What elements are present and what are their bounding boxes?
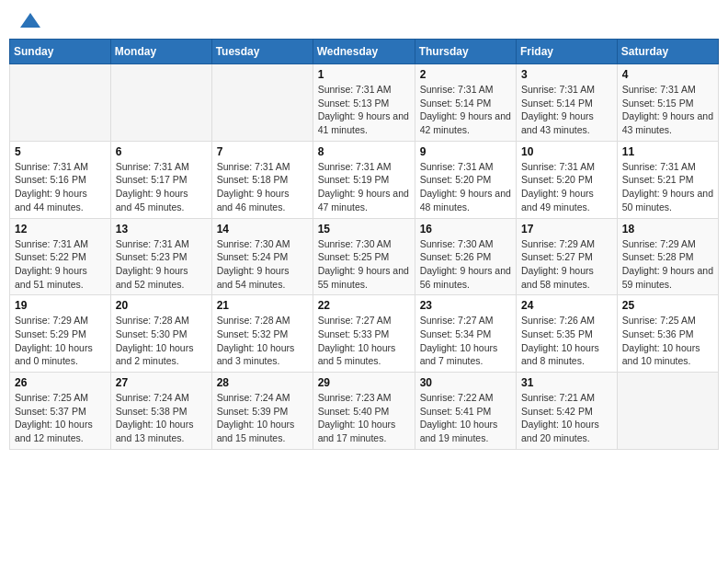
- calendar-cell: 10Sunrise: 7:31 AM Sunset: 5:20 PM Dayli…: [517, 141, 618, 218]
- calendar-cell: 7Sunrise: 7:31 AM Sunset: 5:18 PM Daylig…: [211, 141, 313, 218]
- calendar-cell: 26Sunrise: 7:25 AM Sunset: 5:37 PM Dayli…: [10, 373, 111, 450]
- calendar-cell: 21Sunrise: 7:28 AM Sunset: 5:32 PM Dayli…: [211, 295, 313, 373]
- day-info: Sunrise: 7:29 AM Sunset: 5:29 PM Dayligh…: [15, 314, 106, 368]
- day-info: Sunrise: 7:31 AM Sunset: 5:20 PM Dayligh…: [521, 160, 612, 214]
- calendar-body: 1Sunrise: 7:31 AM Sunset: 5:13 PM Daylig…: [10, 64, 719, 450]
- weekday-header: Saturday: [617, 40, 718, 64]
- calendar-cell: [211, 64, 313, 142]
- day-number: 21: [217, 299, 308, 312]
- calendar-cell: 16Sunrise: 7:30 AM Sunset: 5:26 PM Dayli…: [415, 218, 516, 295]
- day-number: 25: [622, 299, 713, 312]
- day-number: 31: [521, 376, 612, 389]
- day-info: Sunrise: 7:29 AM Sunset: 5:27 PM Dayligh…: [521, 237, 612, 292]
- day-info: Sunrise: 7:30 AM Sunset: 5:26 PM Dayligh…: [420, 237, 511, 292]
- calendar-cell: 31Sunrise: 7:21 AM Sunset: 5:42 PM Dayli…: [517, 373, 618, 450]
- day-number: 26: [15, 376, 106, 389]
- page-container: SundayMondayTuesdayWednesdayThursdayFrid…: [9, 9, 719, 450]
- calendar-cell: 13Sunrise: 7:31 AM Sunset: 5:23 PM Dayli…: [110, 218, 211, 295]
- weekday-header: Thursday: [415, 40, 516, 64]
- day-info: Sunrise: 7:31 AM Sunset: 5:23 PM Dayligh…: [116, 237, 207, 292]
- day-info: Sunrise: 7:25 AM Sunset: 5:37 PM Dayligh…: [15, 391, 106, 445]
- calendar-cell: 5Sunrise: 7:31 AM Sunset: 5:16 PM Daylig…: [10, 141, 111, 218]
- svg-marker-0: [20, 13, 40, 28]
- calendar-week-row: 26Sunrise: 7:25 AM Sunset: 5:37 PM Dayli…: [10, 373, 719, 450]
- calendar: SundayMondayTuesdayWednesdayThursdayFrid…: [9, 39, 719, 450]
- weekday-header: Friday: [517, 40, 618, 64]
- calendar-cell: 3Sunrise: 7:31 AM Sunset: 5:14 PM Daylig…: [517, 64, 618, 142]
- day-info: Sunrise: 7:25 AM Sunset: 5:36 PM Dayligh…: [622, 314, 713, 368]
- day-info: Sunrise: 7:31 AM Sunset: 5:18 PM Dayligh…: [217, 160, 308, 214]
- day-number: 30: [420, 376, 511, 389]
- day-number: 20: [116, 299, 207, 312]
- calendar-cell: [617, 373, 718, 450]
- day-number: 28: [217, 376, 308, 389]
- day-number: 3: [521, 68, 612, 81]
- day-info: Sunrise: 7:28 AM Sunset: 5:32 PM Dayligh…: [217, 314, 308, 368]
- day-number: 2: [420, 68, 511, 81]
- calendar-cell: 8Sunrise: 7:31 AM Sunset: 5:19 PM Daylig…: [313, 141, 415, 218]
- day-number: 15: [318, 223, 410, 236]
- day-number: 7: [217, 145, 308, 158]
- day-info: Sunrise: 7:29 AM Sunset: 5:28 PM Dayligh…: [622, 237, 713, 292]
- day-info: Sunrise: 7:31 AM Sunset: 5:16 PM Dayligh…: [15, 160, 106, 214]
- day-number: 22: [318, 299, 410, 312]
- day-number: 14: [217, 223, 308, 236]
- day-info: Sunrise: 7:24 AM Sunset: 5:39 PM Dayligh…: [217, 391, 308, 445]
- day-number: 8: [318, 145, 410, 158]
- day-number: 16: [420, 223, 511, 236]
- calendar-cell: 1Sunrise: 7:31 AM Sunset: 5:13 PM Daylig…: [313, 64, 415, 142]
- calendar-cell: 27Sunrise: 7:24 AM Sunset: 5:38 PM Dayli…: [110, 373, 211, 450]
- day-number: 19: [15, 299, 106, 312]
- logo-icon: [20, 11, 40, 29]
- day-info: Sunrise: 7:23 AM Sunset: 5:40 PM Dayligh…: [318, 391, 410, 445]
- calendar-cell: 19Sunrise: 7:29 AM Sunset: 5:29 PM Dayli…: [10, 295, 111, 373]
- day-number: 9: [420, 145, 511, 158]
- day-number: 4: [622, 68, 713, 81]
- day-info: Sunrise: 7:31 AM Sunset: 5:17 PM Dayligh…: [116, 160, 207, 214]
- day-number: 5: [15, 145, 106, 158]
- calendar-cell: 12Sunrise: 7:31 AM Sunset: 5:22 PM Dayli…: [10, 218, 111, 295]
- calendar-cell: 23Sunrise: 7:27 AM Sunset: 5:34 PM Dayli…: [415, 295, 516, 373]
- calendar-cell: 6Sunrise: 7:31 AM Sunset: 5:17 PM Daylig…: [110, 141, 211, 218]
- day-info: Sunrise: 7:31 AM Sunset: 5:14 PM Dayligh…: [521, 83, 612, 137]
- calendar-cell: 2Sunrise: 7:31 AM Sunset: 5:14 PM Daylig…: [415, 64, 516, 142]
- day-number: 27: [116, 376, 207, 389]
- calendar-cell: 14Sunrise: 7:30 AM Sunset: 5:24 PM Dayli…: [211, 218, 313, 295]
- calendar-cell: 29Sunrise: 7:23 AM Sunset: 5:40 PM Dayli…: [313, 373, 415, 450]
- logo: [18, 15, 40, 26]
- calendar-cell: 25Sunrise: 7:25 AM Sunset: 5:36 PM Dayli…: [617, 295, 718, 373]
- day-number: 1: [318, 68, 410, 81]
- day-info: Sunrise: 7:26 AM Sunset: 5:35 PM Dayligh…: [521, 314, 612, 368]
- day-info: Sunrise: 7:31 AM Sunset: 5:13 PM Dayligh…: [318, 83, 410, 137]
- day-info: Sunrise: 7:27 AM Sunset: 5:33 PM Dayligh…: [318, 314, 410, 368]
- day-number: 13: [116, 223, 207, 236]
- day-number: 10: [521, 145, 612, 158]
- calendar-cell: 11Sunrise: 7:31 AM Sunset: 5:21 PM Dayli…: [617, 141, 718, 218]
- calendar-cell: 28Sunrise: 7:24 AM Sunset: 5:39 PM Dayli…: [211, 373, 313, 450]
- day-info: Sunrise: 7:24 AM Sunset: 5:38 PM Dayligh…: [116, 391, 207, 445]
- day-info: Sunrise: 7:30 AM Sunset: 5:25 PM Dayligh…: [318, 237, 410, 292]
- day-number: 12: [15, 223, 106, 236]
- calendar-cell: 22Sunrise: 7:27 AM Sunset: 5:33 PM Dayli…: [313, 295, 415, 373]
- calendar-week-row: 5Sunrise: 7:31 AM Sunset: 5:16 PM Daylig…: [10, 141, 719, 218]
- weekday-header: Monday: [110, 40, 211, 64]
- calendar-cell: 17Sunrise: 7:29 AM Sunset: 5:27 PM Dayli…: [517, 218, 618, 295]
- day-info: Sunrise: 7:31 AM Sunset: 5:22 PM Dayligh…: [15, 237, 106, 292]
- calendar-cell: 24Sunrise: 7:26 AM Sunset: 5:35 PM Dayli…: [517, 295, 618, 373]
- day-info: Sunrise: 7:22 AM Sunset: 5:41 PM Dayligh…: [420, 391, 511, 445]
- day-info: Sunrise: 7:31 AM Sunset: 5:14 PM Dayligh…: [420, 83, 511, 137]
- day-info: Sunrise: 7:27 AM Sunset: 5:34 PM Dayligh…: [420, 314, 511, 368]
- header: [9, 9, 719, 31]
- day-number: 29: [318, 376, 410, 389]
- calendar-cell: [10, 64, 111, 142]
- weekday-header: Sunday: [10, 40, 111, 64]
- calendar-week-row: 19Sunrise: 7:29 AM Sunset: 5:29 PM Dayli…: [10, 295, 719, 373]
- weekday-header: Tuesday: [211, 40, 313, 64]
- calendar-week-row: 12Sunrise: 7:31 AM Sunset: 5:22 PM Dayli…: [10, 218, 719, 295]
- calendar-cell: 4Sunrise: 7:31 AM Sunset: 5:15 PM Daylig…: [617, 64, 718, 142]
- day-number: 23: [420, 299, 511, 312]
- day-number: 17: [521, 223, 612, 236]
- day-info: Sunrise: 7:31 AM Sunset: 5:21 PM Dayligh…: [622, 160, 713, 214]
- day-info: Sunrise: 7:30 AM Sunset: 5:24 PM Dayligh…: [217, 237, 308, 292]
- weekday-row: SundayMondayTuesdayWednesdayThursdayFrid…: [10, 40, 719, 64]
